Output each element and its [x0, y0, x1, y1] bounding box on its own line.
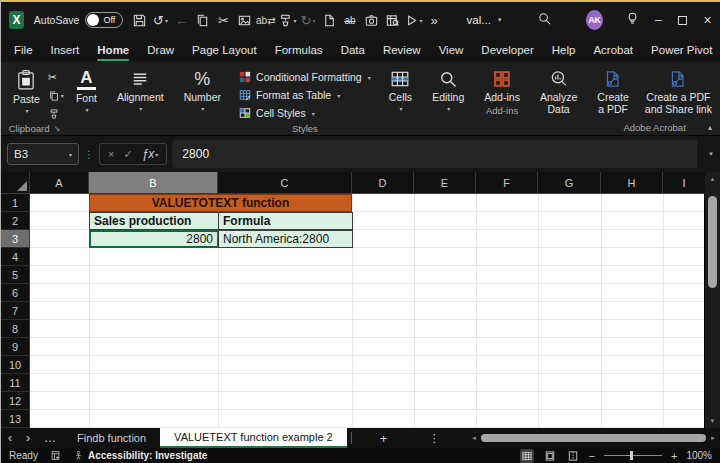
column-header-c[interactable]: C	[218, 172, 352, 193]
vertical-scroll-thumb[interactable]	[708, 196, 717, 288]
paste-button[interactable]: Paste ▾	[5, 64, 48, 114]
qat-overflow-button[interactable]: »	[424, 8, 445, 32]
horizontal-scroll-thumb[interactable]	[481, 434, 706, 442]
tab-file[interactable]: File	[5, 38, 42, 62]
document-title[interactable]: val... ▾	[467, 14, 502, 26]
tab-acrobat[interactable]: Acrobat	[584, 38, 642, 62]
tab-home[interactable]: Home	[88, 38, 138, 62]
format-painter-ribbon-button[interactable]	[48, 106, 64, 121]
sheet-tab-valuetext-active[interactable]: VALUETEXT function example 2	[160, 428, 347, 448]
scroll-right-icon[interactable]: ►	[710, 431, 716, 445]
cell-c3-formula-value[interactable]: North America:2800	[218, 230, 353, 248]
clipboard-dialog-launcher[interactable]: ↘	[53, 124, 60, 133]
back-button[interactable]: ←	[171, 8, 192, 32]
row-header-7[interactable]: 7	[1, 302, 29, 320]
addins-button[interactable]: Add-ins	[476, 64, 528, 103]
add-sheet-button[interactable]: +	[370, 431, 398, 446]
zoom-slider[interactable]	[604, 455, 662, 456]
horizontal-scrollbar[interactable]: ◄ ►	[471, 431, 720, 445]
row-header-9[interactable]: 9	[1, 338, 29, 356]
tab-page-layout[interactable]: Page Layout	[183, 38, 266, 62]
column-header-h[interactable]: H	[601, 172, 663, 193]
copy-ribbon-button[interactable]: ▾	[48, 88, 64, 103]
column-header-g[interactable]: G	[538, 172, 601, 193]
camera-button[interactable]	[361, 8, 382, 32]
row-header-12[interactable]: 12	[1, 392, 29, 410]
alignment-group-button[interactable]: Alignment ▾	[109, 64, 172, 135]
scroll-up-icon[interactable]: ▲	[710, 172, 716, 186]
paste-special-button[interactable]	[234, 8, 255, 32]
page-layout-view-button[interactable]	[543, 449, 557, 463]
flow-button[interactable]: ▾	[403, 8, 424, 32]
editing-group-button[interactable]: Editing ▾	[424, 64, 472, 135]
vertical-scrollbar[interactable]: ▲ ▼	[704, 172, 720, 428]
cell-b1-title[interactable]: VALUETOTEXT function	[89, 194, 352, 212]
row-header-5[interactable]: 5	[1, 266, 29, 284]
tab-power-pivot[interactable]: Power Pivot	[642, 38, 720, 62]
new-file-button[interactable]	[319, 8, 340, 32]
row-header-11[interactable]: 11	[1, 374, 29, 392]
enter-button[interactable]: ✓	[123, 148, 132, 161]
macro-record-button[interactable]	[50, 450, 61, 461]
all-sheets-button[interactable]: …	[37, 431, 63, 445]
redo-button[interactable]: ↻▾	[298, 8, 319, 32]
tab-developer[interactable]: Developer	[472, 38, 542, 62]
format-painter-button[interactable]: ▾	[277, 8, 298, 32]
insert-function-button[interactable]: ƒx▾	[142, 147, 159, 161]
row-header-1[interactable]: 1	[1, 194, 29, 212]
row-header-4[interactable]: 4	[1, 248, 29, 266]
cell-b3-selected[interactable]: 2800	[89, 230, 219, 248]
lookup-sheet-button[interactable]	[382, 8, 403, 32]
normal-view-button[interactable]	[520, 449, 534, 463]
save-button[interactable]	[129, 8, 150, 32]
tab-help[interactable]: Help	[543, 38, 585, 62]
zoom-out-button[interactable]: −	[589, 450, 595, 462]
copy-button[interactable]	[192, 8, 213, 32]
avatar[interactable]: AK	[586, 10, 602, 30]
row-header-6[interactable]: 6	[1, 284, 29, 302]
zoom-slider-handle[interactable]	[630, 451, 633, 460]
row-header-8[interactable]: 8	[1, 320, 29, 338]
maximize-button[interactable]	[671, 2, 696, 38]
zoom-level[interactable]: 100%	[686, 450, 712, 461]
find-replace-button[interactable]: ab⇄	[255, 8, 277, 32]
lightbulb-icon[interactable]	[625, 11, 640, 30]
close-button[interactable]: ×	[695, 2, 720, 38]
row-header-2[interactable]: 2	[1, 212, 29, 230]
cut-button[interactable]: ✂	[213, 8, 234, 32]
accessibility-status[interactable]: Accessibility: Investigate	[73, 450, 208, 461]
format-as-table-button[interactable]: Format as Table ▾	[239, 87, 371, 103]
row-header-3[interactable]: 3	[1, 230, 29, 248]
search-icon[interactable]	[537, 11, 552, 30]
spreadsheet-grid[interactable]: A B C D E F G H I 1 2 3 4 5 6 7 8 9 10	[1, 172, 704, 428]
number-group-button[interactable]: % Number ▾	[176, 64, 229, 135]
column-header-a[interactable]: A	[30, 172, 89, 193]
name-box[interactable]: B3 ▾	[7, 143, 79, 165]
column-header-f[interactable]: F	[476, 172, 538, 193]
tab-review[interactable]: Review	[374, 38, 430, 62]
row-header-10[interactable]: 10	[1, 356, 29, 374]
next-sheet-button[interactable]: ›	[19, 431, 37, 445]
select-all-corner[interactable]	[1, 172, 30, 193]
prev-sheet-button[interactable]: ‹	[1, 431, 19, 445]
collapse-ribbon-button[interactable]: ▴	[708, 123, 712, 132]
conditional-formatting-button[interactable]: Conditional Formatting ▾	[239, 69, 371, 85]
tab-data[interactable]: Data	[332, 38, 374, 62]
tab-draw[interactable]: Draw	[138, 38, 183, 62]
cut-ribbon-button[interactable]: ✂	[48, 70, 64, 85]
tab-view[interactable]: View	[430, 38, 473, 62]
scroll-down-icon[interactable]: ▼	[710, 414, 716, 428]
cells-group-button[interactable]: Cells ▾	[381, 64, 420, 135]
create-pdf-share-button[interactable]: Create a PDFand Share link	[637, 64, 720, 115]
tab-formulas[interactable]: Formulas	[266, 38, 332, 62]
column-header-b[interactable]: B	[89, 172, 218, 193]
undo-button[interactable]: ↺▾	[150, 8, 171, 32]
tab-insert[interactable]: Insert	[42, 38, 89, 62]
row-header-13[interactable]: 13	[1, 410, 29, 428]
column-header-e[interactable]: E	[414, 172, 476, 193]
cell-styles-button[interactable]: Cell Styles ▾	[239, 105, 371, 121]
formula-input[interactable]: 2800	[172, 140, 697, 168]
minimize-button[interactable]: –	[646, 2, 671, 38]
analyze-data-button[interactable]: AnalyzeData	[532, 64, 585, 135]
zoom-in-button[interactable]: +	[671, 450, 677, 462]
